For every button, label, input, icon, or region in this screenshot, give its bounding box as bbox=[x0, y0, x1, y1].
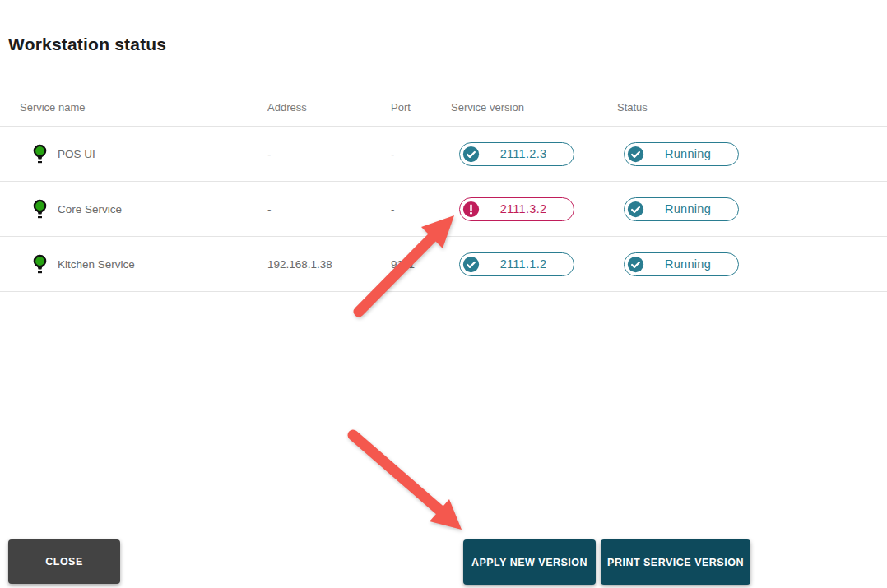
service-version-badge: 2111.2.3 bbox=[459, 142, 574, 166]
check-circle-icon bbox=[627, 256, 644, 273]
status-badge: Running bbox=[624, 142, 739, 166]
service-name: Core Service bbox=[58, 203, 122, 215]
service-address: - bbox=[267, 148, 391, 160]
service-port: - bbox=[391, 148, 451, 160]
check-circle-icon bbox=[462, 256, 480, 273]
lightbulb-icon bbox=[33, 254, 47, 274]
service-version-badge: 2111.1.2 bbox=[459, 252, 574, 276]
apply-new-version-button[interactable]: APPLY NEW VERSION bbox=[463, 539, 596, 585]
column-header-service-name: Service name bbox=[0, 101, 267, 113]
service-address: 192.168.1.38 bbox=[267, 258, 391, 271]
column-header-service-version: Service version bbox=[451, 101, 617, 113]
service-port: - bbox=[391, 203, 451, 215]
service-version-value: 2111.1.2 bbox=[480, 257, 574, 271]
lightbulb-icon bbox=[33, 199, 47, 219]
column-header-address: Address bbox=[267, 101, 391, 113]
status-value: Running bbox=[644, 257, 738, 271]
status-badge: Running bbox=[624, 252, 739, 276]
status-value: Running bbox=[644, 147, 738, 160]
status-badge: Running bbox=[624, 197, 739, 221]
service-version-value: 2111.3.2 bbox=[480, 202, 574, 215]
lightbulb-icon bbox=[33, 144, 47, 164]
check-circle-icon bbox=[627, 201, 644, 218]
status-value: Running bbox=[644, 202, 738, 215]
service-name: POS UI bbox=[58, 148, 95, 160]
workstation-status-table: Service name Address Port Service versio… bbox=[0, 89, 887, 292]
close-button[interactable]: CLOSE bbox=[8, 539, 120, 584]
check-circle-icon bbox=[627, 146, 644, 163]
table-row: Core Service - - 2111.3.2 Running bbox=[0, 182, 887, 237]
service-port: 9211 bbox=[391, 258, 451, 271]
table-row: POS UI - - 2111.2.3 Running bbox=[0, 127, 887, 182]
column-header-status: Status bbox=[617, 101, 887, 113]
alert-circle-icon bbox=[462, 201, 480, 218]
check-circle-icon bbox=[462, 146, 480, 163]
table-header-row: Service name Address Port Service versio… bbox=[0, 89, 887, 127]
service-name: Kitchen Service bbox=[58, 258, 135, 271]
page-title: Workstation status bbox=[8, 35, 166, 54]
column-header-port: Port bbox=[391, 101, 451, 113]
service-version-badge-error: 2111.3.2 bbox=[459, 197, 574, 221]
service-address: - bbox=[267, 203, 391, 215]
red-arrow-to-apply-button bbox=[353, 435, 462, 530]
table-row: Kitchen Service 192.168.1.38 9211 2111.1… bbox=[0, 237, 887, 292]
service-version-value: 2111.2.3 bbox=[480, 147, 574, 160]
print-service-version-button[interactable]: PRINT SERVICE VERSION bbox=[601, 539, 750, 585]
